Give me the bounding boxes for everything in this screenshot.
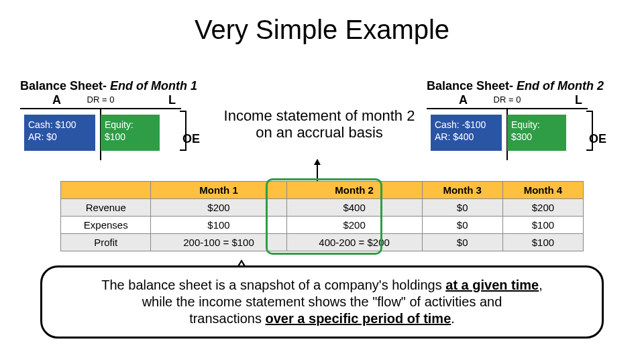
equity-label: Equity:: [105, 119, 156, 131]
cash-value-2: Cash: -$100: [435, 119, 498, 131]
equity-value-2: $300: [511, 131, 562, 143]
callout-text: The balance sheet is a snapshot of a com…: [101, 278, 445, 292]
callout-text: while the income statement shows the "fl…: [142, 294, 502, 309]
slide-title: Very Simple Example: [0, 0, 644, 45]
bs2-heading: Balance Sheet- End of Month 2: [427, 79, 628, 93]
equity-box-1: Equity: $100: [101, 115, 160, 151]
balance-sheet-month1: Balance Sheet- End of Month 1 A DR = 0 L…: [20, 79, 221, 156]
cell: $100: [502, 234, 583, 251]
label-oe-2: OE: [589, 132, 606, 146]
cell: $200: [286, 217, 422, 234]
table-row: Profit 200-100 = $100 400-200 = $200 $0 …: [61, 234, 584, 251]
equity-value: $100: [105, 131, 156, 143]
cell: $100: [151, 217, 286, 234]
row-label-expenses: Expenses: [61, 217, 151, 234]
row-label-revenue: Revenue: [61, 199, 151, 217]
cell: $0: [422, 199, 502, 217]
col-month4: Month 4: [502, 182, 583, 199]
t-account-2: A DR = 0 L OE Cash: -$100 AR: $400 Equit…: [427, 96, 588, 156]
ar-value-2: AR: $400: [435, 131, 498, 143]
cell: $200: [151, 199, 286, 217]
balance-sheet-month2: Balance Sheet- End of Month 2 A DR = 0 L…: [427, 79, 628, 156]
row-label-profit: Profit: [61, 234, 151, 251]
arrow-up-icon: [317, 160, 318, 181]
callout-text: ,: [539, 278, 543, 292]
cell: $0: [422, 217, 502, 234]
bs2-heading-period: End of Month 2: [517, 79, 604, 93]
col-month1: Month 1: [151, 182, 286, 199]
cell: $400: [286, 199, 422, 217]
ar-value: AR: $0: [28, 131, 91, 143]
callout-emph-1: at a given time: [445, 278, 539, 292]
caption-line2: on an accrual basis: [212, 124, 427, 141]
table-corner: [61, 182, 151, 199]
label-assets: A: [52, 93, 61, 107]
table-row: Revenue $200 $400 $0 $200: [61, 199, 584, 217]
table-header-row: Month 1 Month 2 Month 3 Month 4: [61, 182, 584, 199]
cell: $200: [502, 199, 583, 217]
equity-box-2: Equity: $300: [507, 115, 566, 151]
callout-text: transactions: [189, 311, 265, 326]
cell: $0: [422, 234, 502, 251]
callout-emph-2: over a specific period of time: [266, 311, 451, 326]
col-month3: Month 3: [422, 182, 502, 199]
assets-box-1: Cash: $100 AR: $0: [24, 115, 95, 151]
cash-value: Cash: $100: [28, 119, 91, 131]
label-oe: OE: [182, 132, 200, 146]
caption-line1: Income statement of month 2: [212, 107, 427, 124]
col-month2: Month 2: [286, 182, 422, 199]
table-row: Expenses $100 $200 $0 $100: [61, 217, 584, 234]
bs1-heading-period: End of Month 1: [110, 79, 197, 93]
label-liabilities: L: [168, 93, 176, 107]
label-dr-2: DR = 0: [494, 95, 521, 105]
cell: 400-200 = $200: [286, 234, 422, 251]
callout-text: .: [451, 311, 455, 326]
label-liabilities-2: L: [575, 93, 582, 107]
explanation-callout: The balance sheet is a snapshot of a com…: [40, 265, 604, 339]
label-assets-2: A: [459, 93, 468, 107]
income-statement-caption: Income statement of month 2 on an accrua…: [212, 107, 427, 141]
cell: $100: [502, 217, 583, 234]
bs1-heading-prefix: Balance Sheet-: [20, 79, 110, 93]
bs2-heading-prefix: Balance Sheet-: [427, 79, 517, 93]
assets-box-2: Cash: -$100 AR: $400: [431, 115, 502, 151]
label-dr: DR = 0: [87, 95, 115, 105]
bs1-heading: Balance Sheet- End of Month 1: [20, 79, 221, 93]
t-account-1: A DR = 0 L OE Cash: $100 AR: $0 Equity: …: [20, 96, 181, 156]
equity-label-2: Equity:: [511, 119, 562, 131]
cell: 200-100 = $100: [151, 234, 286, 251]
income-table: Month 1 Month 2 Month 3 Month 4 Revenue …: [60, 181, 584, 251]
